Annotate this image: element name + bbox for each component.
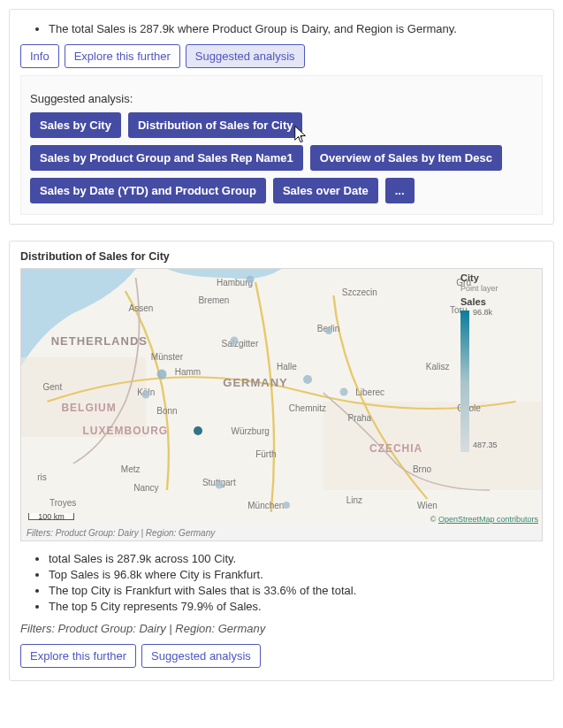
map-data-point[interactable] <box>340 388 348 396</box>
legend-layer-title: City <box>460 272 536 283</box>
suggested-analysis-button-2[interactable]: Suggested analysis <box>141 644 261 668</box>
map-scale-label: 100 km <box>38 512 65 521</box>
map-city-label: Nancy <box>133 482 158 492</box>
chip-more[interactable]: ... <box>385 178 415 203</box>
bullet-item: The top 5 City represents 79.9% of Sales… <box>49 600 543 613</box>
insight-bullets: total Sales is 287.9k across 100 City. T… <box>20 552 543 613</box>
suggested-analysis-panel: Suggested analysis: Sales by City Distri… <box>20 75 543 215</box>
suggested-heading: Suggested analysis: <box>30 92 533 105</box>
legend-layer-sub: Point layer <box>460 284 536 293</box>
map-city-label: Szczecin <box>342 287 377 297</box>
map-data-point[interactable] <box>215 480 223 488</box>
map-city-label: CZECHIA <box>369 442 422 455</box>
map-city-label: Kalisz <box>426 362 450 372</box>
map-city-label: Metz <box>121 464 141 474</box>
map-legend: City Point layer Sales 96.8k 487.35 <box>460 272 536 455</box>
bullet-item: total Sales is 287.9k across 100 City. <box>49 552 543 565</box>
map-city-label: Wien <box>417 500 437 510</box>
map-city-label: Fürth <box>255 448 276 458</box>
map-data-point[interactable] <box>194 426 202 435</box>
suggested-analysis-button[interactable]: Suggested analysis <box>186 44 305 68</box>
map-city-label: Bonn <box>156 405 177 415</box>
map-data-point[interactable] <box>325 327 332 334</box>
bullet-item: The top City is Frankfurt with Sales tha… <box>49 584 543 597</box>
map-data-point[interactable] <box>142 391 150 399</box>
map-attribution: © OpenStreetMap contributors <box>430 515 538 524</box>
suggested-chip-row: Sales by City Distribution of Sales for … <box>30 112 533 203</box>
map-city-label: Liberec <box>355 387 384 397</box>
map-city-label: Brno <box>413 464 431 474</box>
chip-sales-date-pg[interactable]: Sales by Date (YTD) and Product Group <box>30 178 266 203</box>
map-city-label: Halle <box>277 362 297 372</box>
map-city-label: Gent <box>42 382 62 392</box>
chip-sales-by-city[interactable]: Sales by City <box>30 112 121 138</box>
legend-max: 96.8k <box>473 308 498 317</box>
map-city-label: NETHERLANDS <box>51 334 148 348</box>
map-city-label: Bremen <box>198 295 229 304</box>
map-city-label: Troyes <box>49 497 76 507</box>
map-city-label: Praha <box>348 413 372 423</box>
bullet-item: The total Sales is 287.9k where Product … <box>49 22 543 35</box>
map-data-point[interactable] <box>231 337 239 345</box>
map-city-label: München <box>247 500 284 510</box>
map-city-label: Salzgitter <box>222 339 259 349</box>
map-filters-strip: Filters: Product Group: Dairy | Region: … <box>21 525 542 540</box>
map-city-label: LUXEMBOURG <box>82 425 168 437</box>
insight-card-top: The total Sales is 287.9k where Product … <box>9 9 554 225</box>
chip-distribution-sales-city[interactable]: Distribution of Sales for City <box>128 112 303 138</box>
osm-link[interactable]: OpenStreetMap contributors <box>438 515 538 524</box>
chip-sales-pg-rep[interactable]: Sales by Product Group and Sales Rep Nam… <box>30 145 303 171</box>
chip-overview-item-desc[interactable]: Overview of Sales by Item Desc <box>310 145 502 171</box>
map-city-label: ris <box>37 471 47 481</box>
map-shell: HamburgBremenAssenNETHERLANDSMünsterHamm… <box>20 268 543 541</box>
attrib-prefix: © <box>430 515 438 524</box>
map-city-label: Linz <box>346 495 362 505</box>
chip-sales-over-date[interactable]: Sales over Date <box>273 178 378 203</box>
legend-min: 487.35 <box>473 441 498 449</box>
info-button[interactable]: Info <box>20 44 59 68</box>
map-city-label: BELGIUM <box>61 402 116 414</box>
map-analysis-card: Distribution of Sales for City <box>9 241 554 681</box>
legend-metric: Sales <box>460 296 536 307</box>
map-title: Distribution of Sales for City <box>20 250 543 263</box>
map-data-point[interactable] <box>247 275 255 283</box>
map-city-label: Assen <box>129 303 154 312</box>
legend-color-bar <box>460 310 469 452</box>
explore-further-button-2[interactable]: Explore this further <box>20 644 136 668</box>
map-viewport[interactable]: HamburgBremenAssenNETHERLANDSMünsterHamm… <box>21 269 542 525</box>
bullet-item: Top Sales is 96.8k where City is Frankfu… <box>49 568 543 581</box>
map-city-label: GERMANY <box>223 375 287 388</box>
map-data-point[interactable] <box>303 375 312 384</box>
top-bullets: The total Sales is 287.9k where Product … <box>20 22 543 35</box>
map-city-label: Münster <box>151 351 183 361</box>
map-scale: 100 km <box>28 513 74 520</box>
insight-filters-line: Filters: Product Group: Dairy | Region: … <box>20 622 543 635</box>
map-data-point[interactable] <box>157 369 167 379</box>
map-city-label: Chemnitz <box>289 402 326 412</box>
map-city-label: Würzburg <box>231 425 269 435</box>
map-data-point[interactable] <box>283 502 290 509</box>
map-city-label: Hamm <box>175 367 201 377</box>
explore-further-button[interactable]: Explore this further <box>65 44 180 68</box>
